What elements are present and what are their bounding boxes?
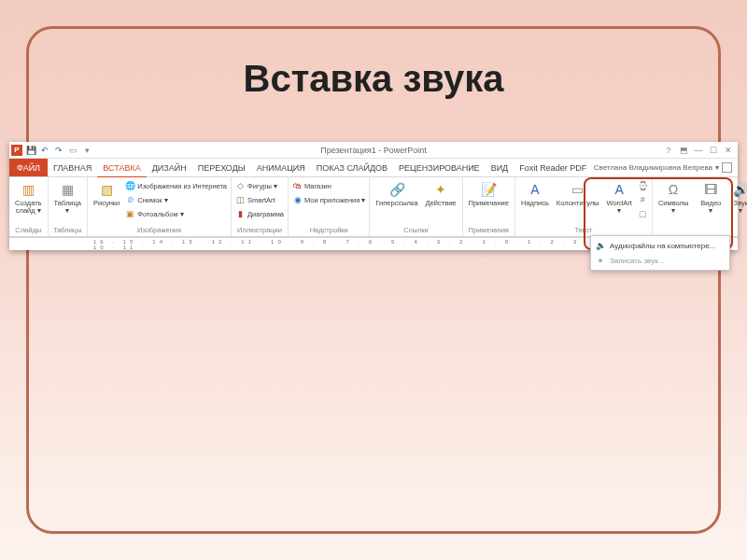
window-title: Презентация1 - PowerPoint [320, 146, 426, 155]
record-audio-item[interactable]: ● Записать звук... [591, 253, 729, 268]
tab-slideshow[interactable]: ПОКАЗ СЛАЙДОВ [311, 159, 393, 176]
datetime-button[interactable]: ⌚ [637, 179, 649, 192]
slideshow-icon[interactable]: ▭ [67, 145, 78, 156]
user-chevron-icon: ▾ [715, 163, 719, 172]
ribbon-options-icon[interactable]: ⬒ [678, 146, 689, 155]
hyperlink-button[interactable]: 🔗 Гиперссылка [373, 179, 420, 208]
group-tables: ▦ Таблица▾ Таблицы [49, 177, 88, 236]
record-icon: ● [595, 255, 606, 266]
save-icon[interactable]: 💾 [25, 145, 36, 156]
group-label: Примечания [466, 225, 512, 236]
my-apps-button[interactable]: ◉Мои приложения ▾ [291, 193, 366, 206]
action-icon: ✦ [431, 180, 450, 199]
undo-icon[interactable]: ↶ [39, 145, 50, 156]
group-label: Ссылки [373, 225, 458, 236]
tab-home[interactable]: ГЛАВНАЯ [48, 159, 97, 176]
object-button[interactable]: ▢ [637, 207, 649, 220]
powerpoint-window: P 💾 ↶ ↷ ▭ ▾ Презентация1 - PowerPoint ? … [9, 142, 738, 250]
chart-button[interactable]: ▮Диаграмма [234, 207, 285, 220]
user-name: Светлана Владимировна Вепрева [594, 163, 712, 172]
group-media: 🎞 Видео▾ 🔊 Звук▾ ⏺ Записьэкрана [694, 177, 747, 236]
header-footer-button[interactable]: ▭ Колонтитулы [554, 179, 602, 208]
group-images: ▧ Рисунки 🌐Изображения из Интернета ⎚Сни… [88, 177, 232, 236]
store-button[interactable]: 🛍Магазин [291, 179, 366, 192]
avatar-icon [722, 162, 732, 173]
group-label: Иллюстрации [234, 225, 285, 236]
minimize-icon[interactable]: — [693, 146, 704, 155]
pictures-icon: ▧ [97, 180, 116, 199]
smartart-icon: ◫ [235, 195, 246, 205]
title-bar: P 💾 ↶ ↷ ▭ ▾ Презентация1 - PowerPoint ? … [9, 142, 738, 159]
tab-insert[interactable]: ВСТАВКА [97, 159, 146, 177]
ribbon: ▥ Создатьслайд ▾ Слайды ▦ Таблица▾ Табли… [9, 177, 738, 237]
powerpoint-logo-icon: P [11, 145, 22, 156]
video-button[interactable]: 🎞 Видео▾ [697, 179, 725, 216]
apps-icon: ◉ [292, 195, 303, 205]
group-slides: ▥ Создатьслайд ▾ Слайды [9, 177, 49, 236]
group-addins: 🛍Магазин ◉Мои приложения ▾ Надстройки [289, 177, 370, 236]
quick-access-toolbar: P 💾 ↶ ↷ ▭ ▾ [9, 145, 92, 156]
group-comments: 📝 Примечание Примечания [463, 177, 515, 236]
comment-button[interactable]: 📝 Примечание [466, 179, 512, 208]
speaker-icon: 🔊 [731, 180, 747, 199]
slide-frame [26, 26, 721, 534]
photo-album-icon: ▣ [125, 209, 135, 219]
header-footer-icon: ▭ [569, 180, 587, 199]
shapes-button[interactable]: ◇Фигуры ▾ [234, 179, 285, 192]
slide-number-icon: # [638, 195, 648, 205]
action-button[interactable]: ✦ Действие [423, 179, 459, 208]
new-slide-icon: ▥ [19, 180, 37, 199]
globe-icon: 🌐 [125, 181, 135, 191]
tab-transitions[interactable]: ПЕРЕХОДЫ [192, 159, 251, 176]
photo-album-button[interactable]: ▣Фотоальбом ▾ [124, 207, 228, 220]
omega-icon: Ω [664, 180, 683, 199]
group-label: Слайды [12, 225, 45, 236]
tab-file[interactable]: ФАЙЛ [9, 159, 48, 176]
speaker-icon: 🔈 [595, 240, 606, 251]
tab-view[interactable]: ВИД [486, 159, 514, 176]
pictures-button[interactable]: ▧ Рисунки [91, 179, 122, 208]
shapes-icon: ◇ [235, 181, 246, 191]
redo-icon[interactable]: ↷ [53, 145, 64, 156]
textbox-icon: A [526, 180, 544, 199]
new-slide-button[interactable]: ▥ Создатьслайд ▾ [12, 179, 45, 216]
textbox-button[interactable]: A Надпись [518, 179, 552, 208]
slide-number-button[interactable]: # [637, 193, 649, 206]
wordart-icon: A [610, 180, 628, 199]
group-links: 🔗 Гиперссылка ✦ Действие Ссылки [370, 177, 462, 236]
object-icon: ▢ [638, 209, 648, 219]
comment-icon: 📝 [479, 180, 498, 199]
ribbon-tabs: ФАЙЛ ГЛАВНАЯ ВСТАВКА ДИЗАЙН ПЕРЕХОДЫ АНИ… [9, 159, 738, 177]
datetime-icon: ⌚ [638, 181, 648, 191]
video-icon: 🎞 [701, 180, 720, 199]
qat-customize-icon[interactable]: ▾ [81, 145, 92, 156]
chart-icon: ▮ [235, 209, 246, 219]
group-text: A Надпись ▭ Колонтитулы A WordArt▾ ⌚ # ▢… [515, 177, 653, 236]
signed-in-user[interactable]: Светлана Владимировна Вепрева ▾ [594, 159, 738, 176]
audio-button[interactable]: 🔊 Звук▾ [726, 179, 747, 216]
tab-animation[interactable]: АНИМАЦИЯ [251, 159, 311, 176]
group-label: Надстройки [291, 225, 366, 236]
store-icon: 🛍 [292, 181, 303, 191]
group-label: Изображения [91, 225, 228, 236]
hyperlink-icon: 🔗 [388, 180, 406, 199]
wordart-button[interactable]: A WordArt▾ [604, 179, 635, 216]
tab-design[interactable]: ДИЗАЙН [147, 159, 192, 176]
table-button[interactable]: ▦ Таблица▾ [51, 179, 84, 216]
audio-from-file-item[interactable]: 🔈 Аудиофайлы на компьютере... [591, 238, 729, 253]
table-icon: ▦ [58, 180, 77, 199]
help-icon[interactable]: ? [663, 146, 674, 155]
slide-title: Вставка звука [0, 58, 747, 100]
symbols-button[interactable]: Ω Символы▾ [655, 179, 691, 216]
screenshot-button[interactable]: ⎚Снимок ▾ [124, 193, 228, 206]
online-images-button[interactable]: 🌐Изображения из Интернета [124, 179, 228, 192]
group-symbols: Ω Символы▾ [653, 177, 694, 236]
tab-foxit[interactable]: Foxit Reader PDF [514, 159, 592, 176]
audio-dropdown-menu: 🔈 Аудиофайлы на компьютере... ● Записать… [590, 235, 730, 271]
group-illustrations: ◇Фигуры ▾ ◫SmartArt ▮Диаграмма Иллюстрац… [232, 177, 289, 236]
close-icon[interactable]: ✕ [723, 146, 734, 155]
maximize-icon[interactable]: ☐ [708, 146, 719, 155]
screenshot-icon: ⎚ [125, 195, 135, 205]
tab-review[interactable]: РЕЦЕНЗИРОВАНИЕ [393, 159, 486, 176]
smartart-button[interactable]: ◫SmartArt [234, 193, 285, 206]
